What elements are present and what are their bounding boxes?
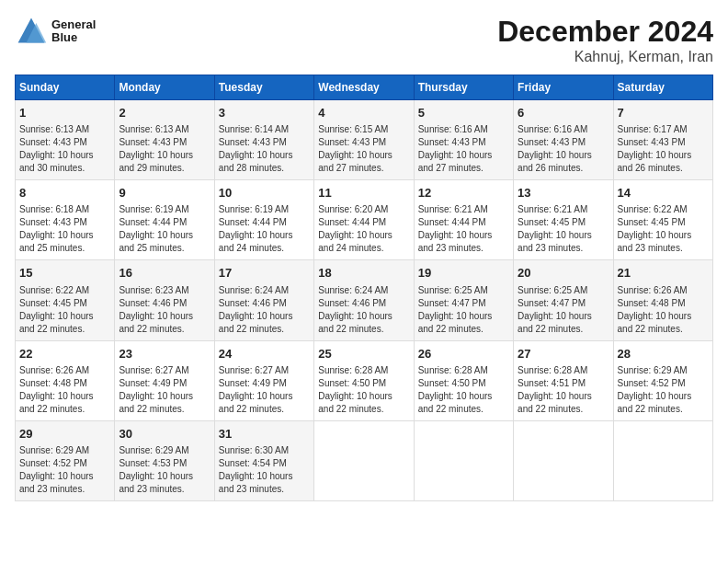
cell-content: Sunrise: 6:27 AMSunset: 4:49 PMDaylight:… — [119, 365, 193, 414]
calendar-body: 1Sunrise: 6:13 AMSunset: 4:43 PMDaylight… — [16, 100, 713, 501]
calendar-cell: 29Sunrise: 6:29 AMSunset: 4:52 PMDayligh… — [16, 420, 115, 500]
calendar-cell: 12Sunrise: 6:21 AMSunset: 4:44 PMDayligh… — [414, 180, 513, 260]
calendar-cell — [514, 420, 613, 500]
subtitle: Kahnuj, Kerman, Iran — [497, 49, 713, 65]
cell-content: Sunrise: 6:27 AMSunset: 4:49 PMDaylight:… — [219, 365, 293, 414]
calendar-week-row: 1Sunrise: 6:13 AMSunset: 4:43 PMDaylight… — [16, 100, 713, 180]
day-number: 17 — [219, 265, 310, 282]
logo-text: General Blue — [51, 18, 96, 45]
title-area: December 2024 Kahnuj, Kerman, Iran — [497, 15, 713, 65]
calendar-cell: 7Sunrise: 6:17 AMSunset: 4:43 PMDaylight… — [613, 100, 712, 180]
day-number: 27 — [518, 346, 609, 362]
cell-content: Sunrise: 6:16 AMSunset: 4:43 PMDaylight:… — [418, 124, 493, 173]
cell-content: Sunrise: 6:21 AMSunset: 4:44 PMDaylight:… — [418, 204, 493, 253]
calendar-week-row: 29Sunrise: 6:29 AMSunset: 4:52 PMDayligh… — [16, 420, 713, 500]
logo-line1: General — [51, 18, 96, 31]
calendar-cell: 11Sunrise: 6:20 AMSunset: 4:44 PMDayligh… — [314, 180, 414, 260]
cell-content: Sunrise: 6:23 AMSunset: 4:46 PMDaylight:… — [119, 285, 193, 334]
calendar-cell: 27Sunrise: 6:28 AMSunset: 4:51 PMDayligh… — [514, 340, 613, 420]
cell-content: Sunrise: 6:29 AMSunset: 4:53 PMDaylight:… — [119, 445, 193, 494]
calendar-cell: 18Sunrise: 6:24 AMSunset: 4:46 PMDayligh… — [314, 260, 414, 340]
calendar-week-row: 8Sunrise: 6:18 AMSunset: 4:43 PMDaylight… — [16, 180, 713, 260]
cell-content: Sunrise: 6:28 AMSunset: 4:51 PMDaylight:… — [518, 365, 592, 414]
day-number: 22 — [19, 346, 110, 362]
cell-content: Sunrise: 6:29 AMSunset: 4:52 PMDaylight:… — [618, 365, 692, 414]
calendar-cell: 10Sunrise: 6:19 AMSunset: 4:44 PMDayligh… — [214, 180, 313, 260]
calendar-cell — [414, 420, 513, 500]
logo-line2: Blue — [51, 31, 96, 44]
calendar-cell: 20Sunrise: 6:25 AMSunset: 4:47 PMDayligh… — [514, 260, 613, 340]
cell-content: Sunrise: 6:26 AMSunset: 4:48 PMDaylight:… — [618, 285, 692, 334]
cell-content: Sunrise: 6:24 AMSunset: 4:46 PMDaylight:… — [219, 285, 293, 334]
day-number: 21 — [618, 265, 709, 282]
day-number: 16 — [119, 265, 210, 282]
day-number: 2 — [119, 105, 210, 121]
day-number: 19 — [418, 265, 509, 282]
day-number: 14 — [618, 185, 709, 201]
cell-content: Sunrise: 6:13 AMSunset: 4:43 PMDaylight:… — [119, 124, 193, 173]
page-header: General Blue December 2024 Kahnuj, Kerma… — [15, 15, 713, 65]
cell-content: Sunrise: 6:17 AMSunset: 4:43 PMDaylight:… — [618, 124, 692, 173]
cell-content: Sunrise: 6:29 AMSunset: 4:52 PMDaylight:… — [19, 445, 94, 494]
calendar-cell: 23Sunrise: 6:27 AMSunset: 4:49 PMDayligh… — [115, 340, 214, 420]
cell-content: Sunrise: 6:19 AMSunset: 4:44 PMDaylight:… — [119, 204, 193, 253]
header-day: Tuesday — [214, 75, 313, 100]
calendar-cell: 28Sunrise: 6:29 AMSunset: 4:52 PMDayligh… — [613, 340, 712, 420]
cell-content: Sunrise: 6:15 AMSunset: 4:43 PMDaylight:… — [318, 124, 392, 173]
calendar-cell: 17Sunrise: 6:24 AMSunset: 4:46 PMDayligh… — [214, 260, 313, 340]
calendar-cell: 16Sunrise: 6:23 AMSunset: 4:46 PMDayligh… — [115, 260, 214, 340]
cell-content: Sunrise: 6:20 AMSunset: 4:44 PMDaylight:… — [318, 204, 392, 253]
cell-content: Sunrise: 6:30 AMSunset: 4:54 PMDaylight:… — [219, 445, 293, 494]
day-number: 6 — [518, 105, 609, 121]
header-day: Thursday — [414, 75, 513, 100]
header-day: Saturday — [613, 75, 712, 100]
logo: General Blue — [15, 15, 96, 48]
day-number: 11 — [318, 185, 409, 201]
calendar-cell: 25Sunrise: 6:28 AMSunset: 4:50 PMDayligh… — [314, 340, 414, 420]
calendar-header: SundayMondayTuesdayWednesdayThursdayFrid… — [16, 75, 713, 100]
calendar-table: SundayMondayTuesdayWednesdayThursdayFrid… — [15, 75, 713, 501]
calendar-cell: 13Sunrise: 6:21 AMSunset: 4:45 PMDayligh… — [514, 180, 613, 260]
cell-content: Sunrise: 6:22 AMSunset: 4:45 PMDaylight:… — [618, 204, 692, 253]
header-day: Sunday — [16, 75, 115, 100]
cell-content: Sunrise: 6:25 AMSunset: 4:47 PMDaylight:… — [518, 285, 592, 334]
header-row: SundayMondayTuesdayWednesdayThursdayFrid… — [16, 75, 713, 100]
cell-content: Sunrise: 6:25 AMSunset: 4:47 PMDaylight:… — [418, 285, 493, 334]
day-number: 26 — [418, 346, 509, 362]
calendar-cell: 8Sunrise: 6:18 AMSunset: 4:43 PMDaylight… — [16, 180, 115, 260]
cell-content: Sunrise: 6:28 AMSunset: 4:50 PMDaylight:… — [418, 365, 493, 414]
day-number: 10 — [219, 185, 310, 201]
cell-content: Sunrise: 6:26 AMSunset: 4:48 PMDaylight:… — [19, 365, 94, 414]
cell-content: Sunrise: 6:28 AMSunset: 4:50 PMDaylight:… — [318, 365, 392, 414]
calendar-cell: 9Sunrise: 6:19 AMSunset: 4:44 PMDaylight… — [115, 180, 214, 260]
header-day: Wednesday — [314, 75, 414, 100]
day-number: 23 — [119, 346, 210, 362]
calendar-cell: 5Sunrise: 6:16 AMSunset: 4:43 PMDaylight… — [414, 100, 513, 180]
day-number: 30 — [119, 426, 210, 442]
day-number: 29 — [19, 426, 110, 442]
logo-icon — [15, 15, 48, 48]
day-number: 25 — [318, 346, 409, 362]
day-number: 9 — [119, 185, 210, 201]
calendar-cell: 21Sunrise: 6:26 AMSunset: 4:48 PMDayligh… — [613, 260, 712, 340]
calendar-cell: 31Sunrise: 6:30 AMSunset: 4:54 PMDayligh… — [214, 420, 313, 500]
cell-content: Sunrise: 6:22 AMSunset: 4:45 PMDaylight:… — [19, 285, 94, 334]
cell-content: Sunrise: 6:18 AMSunset: 4:43 PMDaylight:… — [19, 204, 94, 253]
day-number: 3 — [219, 105, 310, 121]
calendar-cell: 22Sunrise: 6:26 AMSunset: 4:48 PMDayligh… — [16, 340, 115, 420]
header-day: Friday — [514, 75, 613, 100]
cell-content: Sunrise: 6:19 AMSunset: 4:44 PMDaylight:… — [219, 204, 293, 253]
calendar-cell: 3Sunrise: 6:14 AMSunset: 4:43 PMDaylight… — [214, 100, 313, 180]
calendar-cell: 1Sunrise: 6:13 AMSunset: 4:43 PMDaylight… — [16, 100, 115, 180]
calendar-cell — [314, 420, 414, 500]
calendar-cell: 30Sunrise: 6:29 AMSunset: 4:53 PMDayligh… — [115, 420, 214, 500]
day-number: 8 — [19, 185, 110, 201]
calendar-cell: 15Sunrise: 6:22 AMSunset: 4:45 PMDayligh… — [16, 260, 115, 340]
day-number: 15 — [19, 265, 110, 282]
calendar-cell: 6Sunrise: 6:16 AMSunset: 4:43 PMDaylight… — [514, 100, 613, 180]
cell-content: Sunrise: 6:21 AMSunset: 4:45 PMDaylight:… — [518, 204, 592, 253]
day-number: 13 — [518, 185, 609, 201]
cell-content: Sunrise: 6:13 AMSunset: 4:43 PMDaylight:… — [19, 124, 94, 173]
main-title: December 2024 — [497, 15, 713, 49]
day-number: 24 — [219, 346, 310, 362]
